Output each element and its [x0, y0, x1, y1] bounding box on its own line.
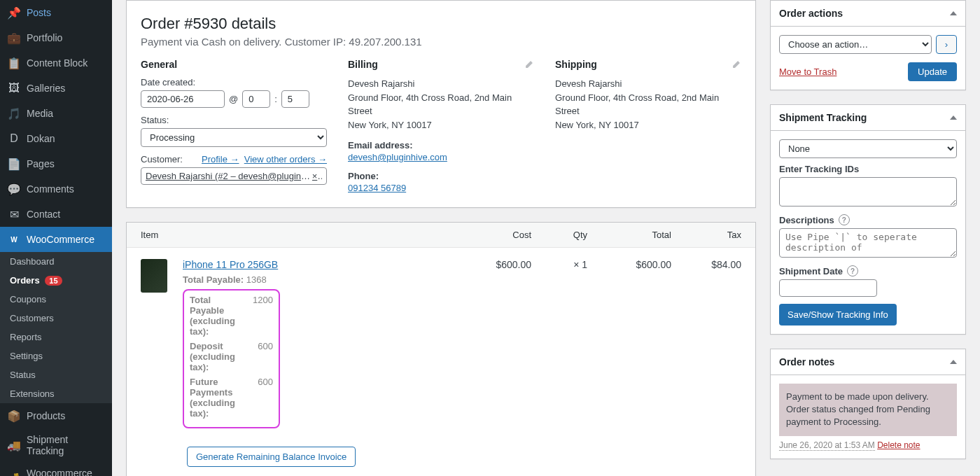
meta-value: 600 — [258, 377, 273, 419]
order-note: Payment to be made upon delivery. Order … — [779, 384, 957, 436]
product-name-link[interactable]: iPhone 11 Pro 256GB — [183, 259, 278, 270]
submenu-orders[interactable]: Orders 15 — [0, 271, 112, 290]
sidebar-item-dokan[interactable]: DDokan — [0, 126, 112, 151]
content-column: Order #5930 details Payment via Cash on … — [126, 0, 756, 462]
pin-icon: 📌 — [7, 6, 21, 20]
item-details: iPhone 11 Pro 256GB Total Payable: 1368 … — [183, 259, 461, 428]
move-to-trash-link[interactable]: Move to Trash — [779, 66, 836, 77]
submenu-dashboard[interactable]: Dashboard — [0, 252, 112, 271]
order-subtitle: Payment via Cash on delivery. Customer I… — [141, 36, 741, 48]
comment-icon: 💬 — [7, 182, 21, 196]
envelope-icon: ✉ — [7, 207, 21, 221]
carrier-select[interactable]: None — [779, 139, 957, 158]
clear-icon[interactable]: ×▾ — [312, 171, 322, 181]
meta-value: 600 — [258, 341, 273, 372]
status-select[interactable]: Processing — [141, 128, 327, 147]
date-row: @ : — [141, 90, 327, 108]
save-tracking-button[interactable]: Save/Show Tracking Info — [779, 304, 897, 326]
sidebar-item-label: Comments — [27, 183, 74, 195]
tracking-ids-input[interactable] — [779, 177, 957, 206]
submenu-label: Orders — [10, 275, 40, 286]
shipping-column: Shipping Devesh Rajarshi Ground Floor, 4… — [555, 59, 741, 193]
meta-label: Deposit (excluding tax): — [190, 341, 246, 372]
help-icon[interactable]: ? — [847, 265, 858, 276]
delete-note-link[interactable]: Delete note — [877, 440, 920, 450]
submenu-customers[interactable]: Customers — [0, 309, 112, 328]
customer-row: Customer: Profile → View other orders → — [141, 154, 327, 164]
sidebar-item-contentblock[interactable]: 📋Content Block — [0, 50, 112, 76]
woocommerce-submenu: Dashboard Orders 15 Coupons Customers Re… — [0, 252, 112, 403]
shipping-name: Devesh Rajarshi — [555, 77, 741, 91]
status-label: Status: — [141, 115, 327, 125]
sidebar-item-shipment-tracking[interactable]: 🚚Shipment Tracking — [0, 428, 112, 462]
sidebar-item-comments[interactable]: 💬Comments — [0, 176, 112, 202]
order-items-card: Item Cost Qty Total Tax iPhone 11 Pro 25… — [126, 222, 756, 476]
email-label: Email address: — [348, 140, 534, 150]
sidebar-item-woocommerce[interactable]: W WooCommerce — [0, 227, 112, 252]
sidebar-item-galleries[interactable]: 🖼Galleries — [0, 76, 112, 101]
item-qty: × 1 — [531, 259, 587, 270]
customer-select[interactable]: Devesh Rajarshi (#2 – devesh@pluginh… ×▾ — [141, 167, 327, 185]
sidebar-item-products[interactable]: 📦Products — [0, 403, 112, 428]
billing-email-link[interactable]: devesh@pluginhive.com — [348, 152, 447, 162]
order-notes-panel: Order notes Payment to be made upon deli… — [770, 349, 966, 459]
collapse-icon[interactable] — [950, 11, 957, 15]
general-heading: General — [141, 59, 327, 70]
customer-label: Customer: — [141, 154, 183, 164]
total-payable-value: 1368 — [246, 274, 267, 285]
pencil-icon[interactable] — [524, 59, 534, 69]
submenu-settings[interactable]: Settings — [0, 346, 112, 365]
order-columns: General Date created: @ : Status: Proces… — [141, 59, 741, 193]
submenu-reports[interactable]: Reports — [0, 328, 112, 346]
billing-phone-link[interactable]: 091234 56789 — [348, 183, 406, 193]
sidebar-item-pages[interactable]: 📄Pages — [0, 151, 112, 176]
shipment-tracking-panel: Shipment Tracking None Enter Tracking ID… — [770, 104, 966, 335]
sidebar-item-woo-deposits[interactable]: 💰Woocommerce Deposits — [0, 462, 112, 476]
sidebar-item-label: Content Block — [27, 57, 88, 69]
apply-action-button[interactable]: › — [936, 35, 957, 54]
header-total: Total — [587, 230, 671, 240]
pencil-icon[interactable] — [732, 59, 741, 69]
product-thumbnail[interactable] — [141, 259, 167, 293]
submenu-status[interactable]: Status — [0, 365, 112, 384]
collapse-icon[interactable] — [950, 360, 957, 364]
money-icon: 💰 — [7, 472, 21, 476]
generate-balance-invoice-button[interactable]: Generate Remaining Balance Invoice — [187, 447, 356, 467]
header-cost: Cost — [461, 230, 531, 240]
help-icon[interactable]: ? — [839, 214, 850, 225]
submenu-extensions[interactable]: Extensions — [0, 384, 112, 403]
clipboard-icon: 📋 — [7, 56, 21, 70]
order-action-select[interactable]: Choose an action… — [779, 35, 932, 54]
sidebar-item-label: Posts — [27, 7, 51, 18]
at-symbol: @ — [229, 94, 238, 104]
sidebar-item-label: Contact — [27, 209, 60, 220]
sidebar-item-label: Galleries — [27, 83, 65, 94]
view-other-orders-link[interactable]: View other orders → — [244, 154, 327, 164]
truck-icon: 🚚 — [7, 438, 21, 452]
date-input[interactable] — [141, 90, 225, 108]
sidebar-item-media[interactable]: 🎵Media — [0, 101, 112, 126]
update-button[interactable]: Update — [908, 62, 957, 81]
shipment-date-input[interactable] — [779, 279, 877, 297]
descriptions-input[interactable] — [779, 228, 957, 258]
billing-name: Devesh Rajarshi — [348, 77, 534, 91]
item-cost: $600.00 — [461, 259, 531, 270]
order-title: Order #5930 details — [141, 15, 741, 33]
orders-count-badge: 15 — [45, 276, 62, 286]
header-tax: Tax — [671, 230, 741, 240]
page-icon: 📄 — [7, 157, 21, 171]
admin-sidebar: 📌Posts 💼Portfolio 📋Content Block 🖼Galler… — [0, 0, 112, 476]
customer-value: Devesh Rajarshi (#2 – devesh@pluginh… — [146, 171, 312, 181]
item-row: iPhone 11 Pro 256GB Total Payable: 1368 … — [127, 248, 755, 440]
billing-heading: Billing — [348, 59, 378, 70]
header-qty: Qty — [531, 230, 587, 240]
hour-input[interactable] — [242, 90, 270, 108]
collapse-icon[interactable] — [950, 115, 957, 120]
submenu-coupons[interactable]: Coupons — [0, 290, 112, 309]
profile-link[interactable]: Profile → — [202, 154, 239, 164]
image-icon: 🖼 — [7, 81, 21, 95]
sidebar-item-posts[interactable]: 📌Posts — [0, 0, 112, 25]
minute-input[interactable] — [281, 90, 309, 108]
sidebar-item-contact[interactable]: ✉Contact — [0, 202, 112, 227]
sidebar-item-portfolio[interactable]: 💼Portfolio — [0, 25, 112, 50]
